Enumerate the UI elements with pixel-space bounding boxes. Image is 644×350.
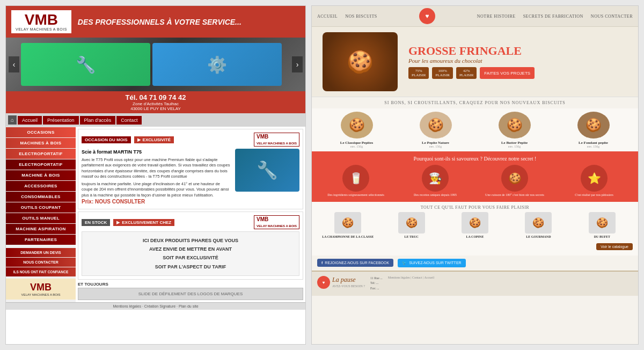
cookie-nav-contact[interactable]: NOUS CONTACTER: [591, 14, 633, 19]
cookie-social: f REJOIGNEZ-NOUS SUR FACEBOOK 🐦 SUIVEZ-N…: [312, 256, 638, 271]
vmb-sidebar: OCCASIONS MACHINES À BOIS ELECTROPORTATI…: [6, 127, 76, 302]
stock-exclusif-badge: ▶ EXCLUSIVEMENT CHEZ: [113, 219, 174, 226]
cookie-footer-contact: 11 Rue ... Tel: ... Fax: ...: [370, 276, 383, 291]
stock-text-4: SOIT PAR L'ASPECT DU TARIF: [86, 262, 295, 271]
vmb-body: OCCASIONS MACHINES À BOIS ELECTROPORTATI…: [6, 127, 305, 302]
stock-text-1: ICI DEUX PRODUITS PHARES QUE VOUS: [86, 236, 295, 245]
cookie-pleasure-title: TOUT CE QU'IL FAUT POUR VOUS FAIRE PLAIS…: [317, 205, 633, 210]
cookie-pleasure-name-2: LE TRUC: [380, 235, 442, 238]
promo-occasion-label: OCCASION DU MOIS: [82, 136, 131, 143]
cookie-pleasure-section: TOUT CE QU'IL FAUT POUR VOUS FAIRE PLAIS…: [312, 202, 638, 256]
sidebar-outils-manuel[interactable]: OUTILS MANUEL: [6, 213, 76, 223]
vmb-footer-text: Mentions légales · Création Signature · …: [113, 304, 198, 308]
cookie-cta-button[interactable]: FAITES VOS PROJETS: [480, 67, 535, 79]
cookie-hero-badges: 75% PLAISIR 100% PLAISIR 42% PLAISIR FAI…: [408, 67, 627, 79]
vmb-navigation: ⌂ Accueil Présentation Plan d'accès Cont…: [6, 113, 305, 127]
hero-next-button[interactable]: ›: [292, 56, 303, 72]
cookie-product-3: 🍪 Le Butter Pepite env. 150g: [493, 112, 536, 148]
cookie-pleasure-name-3: LA COPINE: [444, 235, 506, 238]
cookie-pleasure-name-1: LA CHAMPIONNE DE LA CLASSE: [317, 235, 378, 238]
cookie-nav-histoire[interactable]: NOTRE HISTOIRE: [477, 14, 516, 19]
sidebar-accessoires[interactable]: ACCESSOIRES: [6, 181, 76, 191]
cookie-product-img-3: 🍪: [499, 112, 531, 138]
stock-label: EN STOCK: [82, 219, 110, 226]
cookie-secret-text-2: Des recettes uniques depuis 1995: [397, 193, 474, 198]
sidebar-logo-sub: VELAY MACHINES A BOIS: [9, 293, 72, 296]
vmb-address: Zone d'Activités Taulhac 43000 LE PUY EN…: [10, 101, 301, 111]
cookie-footer-tagline: AVEZ-VOUS BESOIN ?: [332, 284, 365, 289]
vmb-nav-plan[interactable]: Plan d'accès: [80, 116, 116, 125]
twitter-button[interactable]: 🐦 SUIVEZ-NOUS SUR TWITTER: [398, 259, 465, 267]
sidebar-contacter[interactable]: NOUS CONTACTER: [6, 258, 76, 267]
twitter-icon: 🐦: [402, 261, 407, 265]
stock-vmb-logo: VMBVELAY MACHINES A BOIS: [254, 215, 299, 229]
stock-header: EN STOCK ▶ EXCLUSIVEMENT CHEZ VMBVELAY M…: [82, 215, 299, 229]
cookie-products-header: SI BONS, SI CROUSTILLANTS, CRAQUEZ POUR …: [312, 97, 638, 108]
cookie-hero-title: GROSSE FRINGALE: [408, 45, 627, 57]
cookie-pleasure-item-5: 🍪 DU BUFET: [572, 212, 633, 238]
vmb-logo-text: VMB: [25, 12, 58, 27]
cookie-logo: ♥: [419, 8, 435, 24]
cookie-product-weight-3: env. 150g: [493, 145, 536, 148]
cookie-logo-symbol: ♥: [425, 12, 429, 20]
cookie-nav-accueil[interactable]: ACCUEIL: [317, 14, 338, 19]
cookie-product-name-1: Le Classique Pepites: [335, 141, 378, 145]
vmb-hero-arrows: ‹ ›: [6, 56, 305, 72]
vmb-tagline: DES PROFESSIONNELS À VOTRE SERVICE...: [78, 18, 241, 26]
cookie-secret-item-1: 🥛 Des ingrédients soigneusement sélectio…: [317, 165, 394, 198]
vmb-et-toujours: ET TOUJOURS SLIDE DE DÉFILEMENT DES LOGO…: [78, 282, 303, 300]
sidebar-outils-coupant[interactable]: OUTILS COUPANT: [6, 202, 76, 213]
vmb-logo: VMB VELAY MACHINES A BOIS: [10, 9, 72, 34]
cookie-pleasure-item-2: 🍪 LE TRUC: [380, 212, 442, 238]
sidebar-electroportatif-2[interactable]: ELECTROPORTATIF: [6, 159, 76, 170]
vmb-home-button[interactable]: ⌂: [8, 115, 17, 125]
et-toujours-label: ET TOUJOURS: [78, 282, 303, 287]
vmb-nav-contact[interactable]: Contact: [116, 116, 142, 125]
stock-text-2: AVEZ ENVIE DE METTRE EN AVANT: [86, 245, 295, 253]
sidebar-logo-text: VMB: [9, 282, 72, 293]
promo-machine-image: 🔧: [235, 149, 299, 192]
cookie-nav-biscuits[interactable]: NOS BISCUITS: [345, 14, 377, 19]
vmb-sidebar-logo: VMB VELAY MACHINES A BOIS: [6, 279, 76, 300]
cookie-footer-brand-area: ♥ La pause AVEZ-VOUS BESOIN ?: [317, 276, 365, 289]
sidebar-devis[interactable]: DEMANDER UN DEVIS: [6, 248, 76, 257]
cookie-product-2: 🍪 Le Pepite Nature env. 150g: [414, 112, 457, 148]
vmb-nav-accueil[interactable]: Accueil: [18, 116, 42, 125]
promo-price: Prix: NOUS CONSULTER: [82, 198, 232, 206]
sidebar-confiance[interactable]: ILS NOUS ONT FAIT CONFIANCE: [6, 267, 76, 276]
cookie-pleasure-img-1: 🍪: [334, 212, 361, 234]
sidebar-partenaires[interactable]: PARTENAIRES: [6, 235, 76, 245]
vmb-header: VMB VELAY MACHINES A BOIS DES PROFESSION…: [6, 6, 305, 38]
cookie-product-name-4: Le Fondant pepite: [572, 141, 615, 145]
cookie-secret-img-1: 🥛: [342, 165, 369, 192]
cookie-pleasure-item-4: 🍪 LE GOURMAND: [508, 212, 569, 238]
cookie-product-weight-4: env. 150g: [572, 145, 615, 148]
vmb-main-content: OCCASION DU MOIS ▶ EXCLUSIVITÉ VMBVELAY …: [76, 127, 305, 302]
cookie-secret-img-4: ⭐: [581, 165, 608, 192]
cookie-hero-image: 🍪: [323, 32, 398, 91]
sidebar-machines-bois[interactable]: MACHINES À BOIS: [6, 138, 76, 148]
sidebar-machine-bois[interactable]: MACHINE À BOIS: [6, 170, 76, 180]
cookie-hero: 🍪 GROSSE FRINGALE Pour les amoureux du c…: [312, 27, 638, 97]
cookie-footer: ♥ La pause AVEZ-VOUS BESOIN ? 11 Rue ...…: [312, 271, 638, 296]
cookie-pleasure-img-3: 🍪: [462, 212, 488, 234]
cookie-secret-item-4: ⭐ C'est réalisé par nos pâtissiers: [555, 165, 633, 198]
cookie-nav-secrets[interactable]: SECRETS DE FABRICATION: [523, 14, 583, 19]
cookie-pleasure-name-4: LE GOURMAND: [508, 235, 569, 238]
vmb-hero: 🔧 ⚙️ ‹ ›: [6, 38, 305, 91]
sidebar-electroportatif-1[interactable]: ELECTROPORTATIF: [6, 149, 76, 159]
promo-price-value: NOUS CONSULTER: [95, 199, 145, 205]
hero-prev-button[interactable]: ‹: [9, 56, 19, 72]
vmb-website-panel: VMB VELAY MACHINES A BOIS DES PROFESSION…: [5, 5, 306, 345]
cookie-footer-logo: ♥: [317, 276, 330, 289]
sidebar-machine-aspiration[interactable]: MACHINE ASPIRATION: [6, 224, 76, 234]
facebook-button[interactable]: f REJOIGNEZ-NOUS SUR FACEBOOK: [317, 259, 393, 267]
catalogue-button[interactable]: Voir le catalogue: [596, 243, 633, 250]
cookie-badge-2: 100% PLAISIR: [432, 67, 452, 79]
cookie-secret-text-3: Une cuisson de 180° c'est bien sûr nos s…: [476, 193, 553, 198]
sidebar-consommables[interactable]: CONSOMMABLES: [6, 192, 76, 202]
cookie-website-panel: ACCUEIL NOS BISCUITS ♥ NOTRE HISTOIRE SE…: [311, 5, 639, 345]
sidebar-occasions[interactable]: OCCASIONS: [6, 127, 76, 137]
cookie-badge-3: 42% PLAISIR: [456, 67, 477, 79]
vmb-nav-presentation[interactable]: Présentation: [43, 116, 79, 125]
